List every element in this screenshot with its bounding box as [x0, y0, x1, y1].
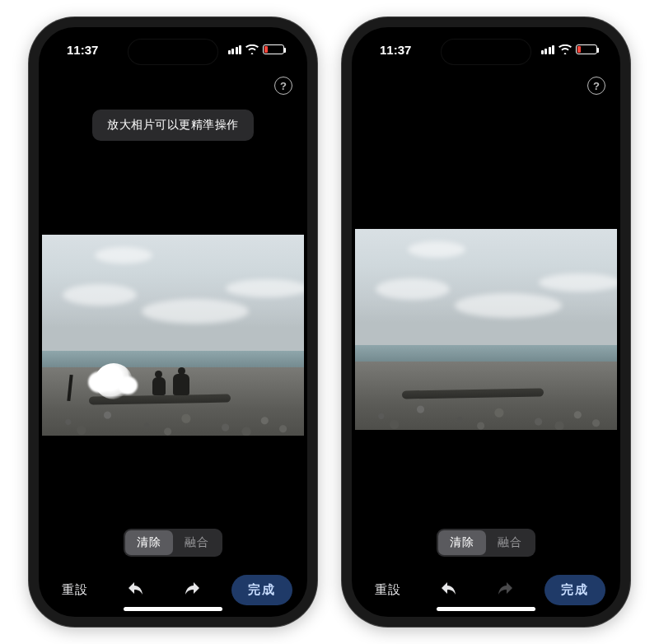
status-right: [228, 44, 285, 54]
redo-button: [488, 576, 521, 604]
status-time: 11:37: [67, 43, 98, 57]
redo-button[interactable]: [175, 576, 208, 604]
screen: 11:37 ? 放大相片可以更精準操作: [39, 27, 307, 617]
done-button[interactable]: 完成: [544, 575, 605, 605]
segment-blend[interactable]: 融合: [486, 530, 534, 555]
dynamic-island: [128, 39, 218, 65]
segment-blend[interactable]: 融合: [173, 530, 221, 555]
top-bar: ?: [39, 72, 307, 95]
help-icon[interactable]: ?: [587, 77, 605, 95]
battery-icon: [576, 44, 597, 54]
photo[interactable]: [42, 235, 304, 436]
phone-mockup: 11:37 ?: [342, 17, 630, 627]
done-button[interactable]: 完成: [231, 575, 292, 605]
undo-button[interactable]: [432, 576, 465, 604]
mode-segmented[interactable]: 清除 融合: [437, 529, 535, 557]
photo-sky: [42, 235, 304, 359]
help-icon[interactable]: ?: [274, 77, 292, 95]
reset-button[interactable]: 重設: [54, 576, 96, 604]
photo-sky: [355, 229, 617, 353]
cellular-icon: [228, 45, 242, 54]
home-indicator[interactable]: [437, 607, 535, 611]
mode-segmented[interactable]: 清除 融合: [124, 529, 222, 557]
photo-person: [152, 371, 166, 395]
mode-segmented-wrap: 清除 融合: [39, 529, 307, 568]
status-time: 11:37: [380, 43, 411, 57]
home-indicator[interactable]: [124, 607, 222, 611]
mode-segmented-wrap: 清除 融合: [352, 529, 620, 568]
photo-canvas[interactable]: [352, 129, 620, 529]
undo-button[interactable]: [119, 576, 152, 604]
segment-erase[interactable]: 清除: [438, 530, 486, 555]
top-bar: ?: [352, 72, 620, 95]
segment-erase[interactable]: 清除: [125, 530, 173, 555]
dynamic-island: [441, 39, 531, 65]
wifi-icon: [559, 44, 572, 54]
battery-icon: [263, 44, 284, 54]
cellular-icon: [541, 45, 555, 54]
photo[interactable]: [355, 229, 617, 430]
erase-brush-mark: [95, 363, 133, 399]
photo-canvas[interactable]: [39, 141, 307, 529]
wifi-icon: [245, 44, 259, 54]
screen: 11:37 ?: [352, 27, 620, 617]
status-right: [541, 44, 598, 54]
zoom-tooltip: 放大相片可以更精準操作: [92, 110, 254, 141]
reset-button[interactable]: 重設: [367, 576, 409, 604]
phone-mockup: 11:37 ? 放大相片可以更精準操作: [29, 17, 317, 627]
photo-person: [173, 367, 189, 395]
